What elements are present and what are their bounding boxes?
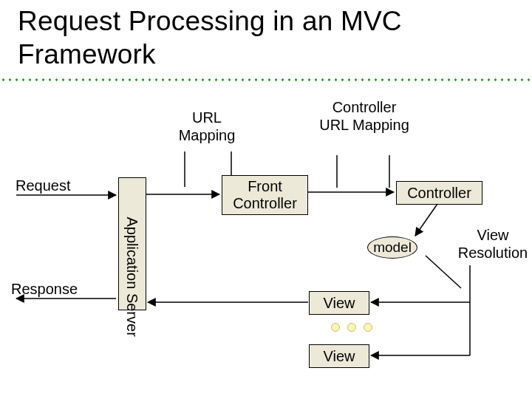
slide-title: Request Processing in an MVC Framework (18, 4, 402, 71)
label-controller-url-mapping: Controller URL Mapping (316, 99, 412, 134)
label-view-resolution: View Resolution (452, 227, 532, 262)
label-url-mapping: URL Mapping (166, 109, 248, 144)
title-underline (0, 78, 532, 81)
front-controller-text: Front Controller (222, 178, 307, 212)
svg-line-8 (415, 204, 437, 236)
box-view-2: View (309, 344, 369, 368)
controller-text: Controller (407, 185, 471, 202)
dots-ellipsis (331, 323, 372, 332)
model-text: model (373, 239, 412, 256)
label-response: Response (11, 281, 92, 299)
label-application-server: Application Server (123, 217, 140, 273)
view2-text: View (324, 348, 355, 365)
oval-model: model (367, 236, 417, 259)
label-request: Request (16, 177, 86, 195)
box-view-1: View (309, 291, 369, 315)
box-front-controller: Front Controller (222, 175, 308, 215)
box-controller: Controller (396, 181, 482, 205)
view1-text: View (324, 295, 355, 312)
